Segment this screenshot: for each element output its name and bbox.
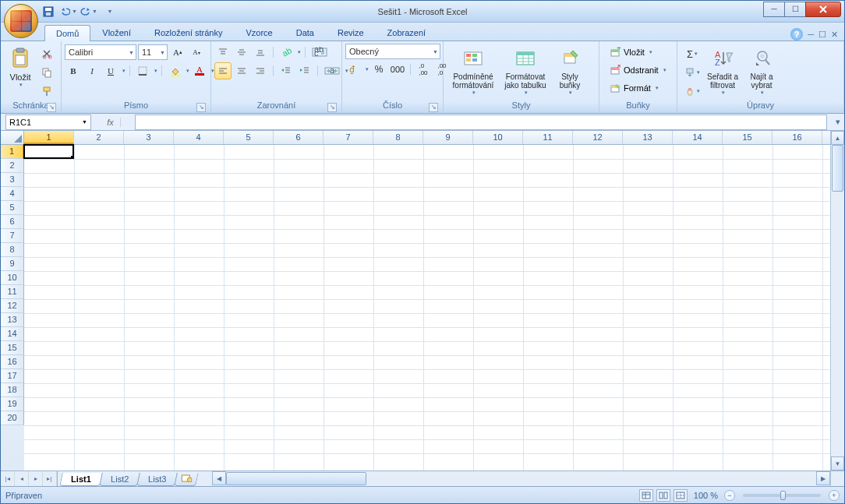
scroll-up-button[interactable]: ▲ (831, 131, 844, 145)
tab-insert[interactable]: Vložení (90, 24, 143, 41)
column-header[interactable]: 14 (673, 131, 723, 144)
maximize-button[interactable]: ☐ (784, 2, 806, 17)
font-size-combo[interactable]: 11▼ (138, 44, 168, 60)
tab-home[interactable]: Domů (44, 25, 90, 41)
formula-input[interactable] (135, 115, 827, 130)
zoom-slider[interactable] (743, 494, 821, 497)
column-header[interactable]: 7 (324, 131, 373, 144)
find-select-button[interactable]: Najít a vybrat▾ (743, 44, 780, 98)
copy-button[interactable] (38, 64, 55, 81)
column-header[interactable]: 3 (124, 131, 174, 144)
tab-view[interactable]: Zobrazení (376, 24, 438, 41)
paste-button[interactable]: Vložit▾ (4, 44, 37, 98)
column-header[interactable]: 8 (373, 131, 423, 144)
zoom-out-button[interactable]: − (724, 490, 735, 501)
sort-filter-button[interactable]: AZ Seřadit a filtrovat▾ (702, 44, 743, 98)
shrink-font-button[interactable]: A▾ (188, 44, 205, 61)
next-sheet-button[interactable]: ▸ (29, 471, 43, 486)
scroll-down-button[interactable]: ▼ (831, 456, 844, 471)
row-header[interactable]: 5 (1, 201, 24, 215)
row-header[interactable]: 14 (1, 327, 24, 341)
tab-data[interactable]: Data (285, 24, 326, 41)
font-name-combo[interactable]: Calibri▼ (65, 44, 136, 60)
horizontal-scrollbar[interactable]: ◀ ▶ (212, 471, 830, 486)
row-header[interactable]: 16 (1, 355, 24, 369)
row-header[interactable]: 20 (1, 411, 24, 425)
align-center-button[interactable] (233, 62, 250, 79)
zoom-in-button[interactable]: + (829, 490, 840, 501)
vscroll-thumb[interactable] (832, 145, 843, 192)
column-header[interactable]: 11 (523, 131, 573, 144)
number-format-combo[interactable]: Obecný▼ (345, 44, 440, 59)
italic-button[interactable]: I (83, 62, 101, 79)
format-cells-button[interactable]: Formát▾ (606, 79, 670, 97)
column-header[interactable]: 13 (623, 131, 673, 144)
tab-formulas[interactable]: Vzorce (234, 24, 284, 41)
accounting-format-button[interactable]: ₫ (345, 61, 362, 78)
close-workbook-icon[interactable]: ✕ (831, 30, 838, 40)
save-button[interactable] (40, 3, 57, 20)
cell-styles-button[interactable]: Styly buňky▾ (551, 44, 589, 98)
increase-decimal-button[interactable]: ,0,00 (415, 61, 432, 78)
align-top-button[interactable] (214, 44, 232, 61)
active-cell[interactable] (23, 144, 74, 159)
row-header[interactable]: 2 (1, 159, 24, 173)
prev-sheet-button[interactable]: ◂ (15, 471, 29, 486)
zoom-level[interactable]: 100 % (694, 491, 718, 500)
align-launcher[interactable]: ↘ (327, 103, 337, 112)
decrease-indent-button[interactable] (278, 62, 295, 79)
undo-button[interactable]: ▼ (60, 3, 77, 20)
redo-button[interactable]: ▼ (80, 3, 97, 20)
fill-button[interactable]: ▾ (682, 64, 702, 81)
row-header[interactable]: 17 (1, 369, 24, 383)
restore-workbook-icon[interactable]: ☐ (818, 30, 826, 40)
row-header[interactable]: 8 (1, 243, 24, 257)
sheet-tab-2[interactable]: List2 (99, 473, 140, 486)
row-header[interactable]: 10 (1, 271, 24, 285)
qat-customize[interactable]: ▼ (101, 3, 118, 20)
align-bottom-button[interactable] (252, 44, 269, 61)
cut-button[interactable] (38, 45, 55, 62)
scroll-left-button[interactable]: ◀ (212, 471, 226, 485)
conditional-formatting-button[interactable]: Podmíněné formátování▾ (447, 44, 500, 98)
sheet-tab-1[interactable]: List1 (59, 473, 102, 486)
zoom-thumb[interactable] (780, 491, 786, 500)
grow-font-button[interactable]: A▴ (169, 44, 186, 61)
column-header[interactable]: 4 (174, 131, 224, 144)
column-header[interactable]: 15 (723, 131, 773, 144)
vertical-scrollbar[interactable]: ▲ ▼ (830, 131, 844, 471)
orientation-button[interactable]: ab (278, 44, 295, 61)
sheet-tab-3[interactable]: List3 (136, 473, 178, 486)
column-header[interactable]: 12 (573, 131, 623, 144)
cell-grid[interactable] (24, 145, 830, 471)
row-header[interactable]: 4 (1, 187, 24, 201)
comma-button[interactable]: 000 (389, 61, 406, 78)
page-break-view-button[interactable] (674, 489, 688, 502)
column-header[interactable]: 5 (224, 131, 274, 144)
new-sheet-button[interactable] (174, 473, 199, 486)
row-header[interactable]: 3 (1, 173, 24, 187)
borders-button[interactable] (134, 62, 151, 79)
last-sheet-button[interactable]: ▸| (43, 471, 57, 486)
minimize-button[interactable]: ─ (763, 2, 785, 17)
normal-view-button[interactable] (639, 489, 653, 502)
delete-cells-button[interactable]: ×Odstranit▾ (606, 62, 670, 79)
tab-layout[interactable]: Rozložení stránky (143, 24, 234, 41)
increase-indent-button[interactable] (296, 62, 313, 79)
row-header[interactable]: 19 (1, 397, 24, 411)
fx-icon[interactable]: fx (101, 118, 121, 127)
underline-button[interactable]: U (102, 62, 119, 79)
row-header[interactable]: 7 (1, 229, 24, 243)
bold-button[interactable]: B (65, 62, 82, 79)
column-header[interactable]: 10 (473, 131, 523, 144)
row-header[interactable]: 18 (1, 383, 24, 397)
autosum-button[interactable]: Σ▾ (682, 45, 702, 62)
help-icon[interactable]: ? (790, 28, 803, 41)
row-header[interactable]: 12 (1, 299, 24, 313)
format-as-table-button[interactable]: Formátovat jako tabulku▾ (500, 44, 551, 98)
row-header[interactable]: 11 (1, 285, 24, 299)
row-header[interactable]: 6 (1, 215, 24, 229)
column-header[interactable]: 16 (773, 131, 822, 144)
page-layout-view-button[interactable] (656, 489, 670, 502)
align-middle-button[interactable] (233, 44, 250, 61)
